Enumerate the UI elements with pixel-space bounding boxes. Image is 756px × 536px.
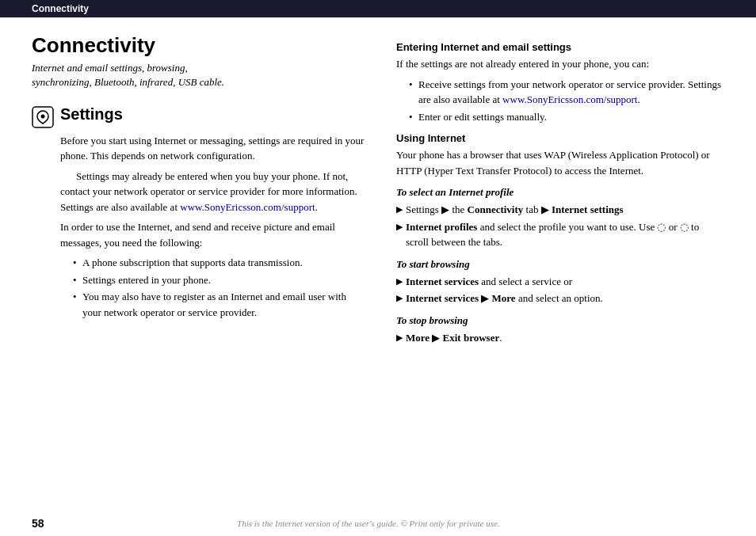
- page-footer: 58 This is the Internet version of the u…: [0, 511, 756, 536]
- settings-title: Settings: [60, 105, 123, 124]
- start-browsing-item-2: ▶ Internet services ▶ More and select an…: [396, 291, 724, 306]
- using-para: Your phone has a browser that uses WAP (…: [396, 147, 724, 178]
- settings-bullets: A phone subscription that supports data …: [73, 255, 365, 320]
- stop-browsing-title: To stop browsing: [396, 314, 724, 327]
- settings-icon: [32, 106, 54, 128]
- breadcrumb-text: Connectivity: [32, 3, 89, 14]
- settings-para1: Before you start using Internet or messa…: [60, 133, 365, 164]
- svg-point-1: [41, 114, 45, 118]
- bold-more-1: More: [492, 292, 516, 304]
- left-column: Connectivity Internet and email settings…: [32, 33, 365, 468]
- settings-link: www.SonyEricsson.com/support: [180, 201, 315, 213]
- entering-para: If the settings are not already entered …: [396, 56, 724, 72]
- settings-body: Before you start using Internet or messa…: [60, 133, 365, 321]
- subtitle-line1: Internet and email settings, browsing,: [32, 62, 188, 74]
- entering-bullet-2: Enter or edit settings manually.: [409, 109, 724, 125]
- select-profile-item-2: ▶ Internet profiles and select the profi…: [396, 219, 724, 250]
- entering-title: Entering Internet and email settings: [396, 41, 724, 53]
- settings-heading: Settings: [32, 105, 365, 128]
- page-subtitle: Internet and email settings, browsing, s…: [32, 61, 365, 89]
- settings-para3: In order to use the Internet, and send a…: [60, 219, 365, 250]
- entering-link: www.SonyEricsson.com/support: [502, 93, 637, 105]
- breadcrumb: Connectivity: [0, 0, 756, 17]
- bold-internet-settings: Internet settings: [552, 203, 624, 215]
- bold-exit-browser: Exit browser: [443, 332, 500, 344]
- right-column: Entering Internet and email settings If …: [396, 33, 724, 468]
- entering-bullets: Receive settings from your network opera…: [409, 77, 724, 125]
- arrow-icon: ▶: [396, 275, 403, 288]
- start-browsing-title: To start browsing: [396, 258, 724, 271]
- select-profile-item-1: ▶ Settings ▶ the Connectivity tab ▶ Inte…: [396, 202, 724, 218]
- start-browsing-item-1: ▶ Internet services and select a service…: [396, 274, 724, 290]
- entering-bullet-1: Receive settings from your network opera…: [409, 77, 724, 108]
- page-title: Connectivity: [32, 33, 365, 58]
- bold-more-2: More: [406, 332, 430, 344]
- settings-para2: Settings may already be entered when you…: [60, 169, 365, 215]
- bold-connectivity: Connectivity: [468, 203, 524, 215]
- stop-browsing-item-1: ▶ More ▶ Exit browser.: [396, 330, 724, 346]
- arrow-icon: ▶: [396, 331, 403, 344]
- using-title: Using Internet: [396, 132, 724, 144]
- bullet-item: You may also have to register as an Inte…: [73, 289, 365, 320]
- text-settings: Settings ▶ the: [406, 203, 468, 215]
- arrow-icon: ▶: [396, 291, 403, 305]
- select-profile-title: To select an Internet profile: [396, 186, 724, 199]
- content-area: Connectivity Internet and email settings…: [0, 17, 756, 500]
- bold-internet-services-2: Internet services: [406, 292, 479, 304]
- page: Connectivity Connectivity Internet and e…: [0, 0, 756, 536]
- bold-internet-services-1: Internet services: [406, 276, 479, 287]
- subtitle-line2: synchronizing, Bluetooth, infrared, USB …: [32, 76, 224, 88]
- bullet-item: A phone subscription that supports data …: [73, 255, 365, 271]
- bold-internet-profiles: Internet profiles: [406, 221, 477, 233]
- footer-disclaimer: This is the Internet version of the user…: [44, 519, 693, 528]
- arrow-icon: ▶: [396, 203, 403, 216]
- arrow-icon: ▶: [396, 220, 403, 234]
- page-number: 58: [32, 517, 44, 530]
- bullet-item: Settings entered in your phone.: [73, 272, 365, 288]
